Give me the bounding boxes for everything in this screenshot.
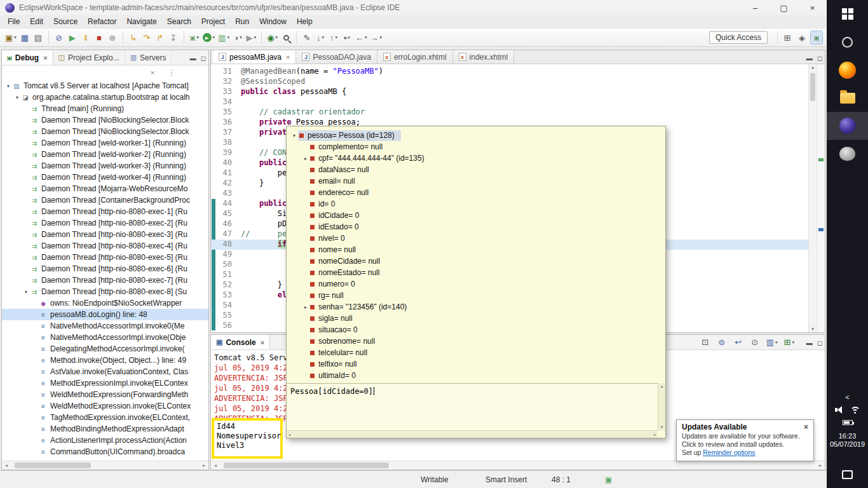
variable-row[interactable]: ultimaId= 0 <box>287 370 665 381</box>
breakpoint-ruler[interactable] <box>211 311 220 321</box>
debug-tree-item[interactable]: ▾⇉Daemon Thread [http-nio-8080-exec-8] (… <box>2 286 208 297</box>
variable-row[interactable]: telfixo= null <box>287 358 665 370</box>
clear-console-icon[interactable]: ⊡ <box>699 336 712 349</box>
variable-row[interactable]: id= 0 <box>287 198 665 210</box>
debug-tree-item[interactable]: ≡MethodExpressionImpl.invoke(ELContex <box>2 377 208 389</box>
variable-row[interactable]: nomeCidade= null <box>287 255 665 267</box>
detail-vertical-scrollbar[interactable]: ▲ ▼ <box>658 383 665 430</box>
debug-tree-item[interactable]: ≡TagMethodExpression.invoke(ELContext, <box>2 412 208 423</box>
breakpoint-ruler[interactable] <box>211 107 220 118</box>
console-horizontal-scrollbar[interactable]: ◂ ▸ <box>211 461 825 470</box>
scrollbar-thumb[interactable] <box>15 463 91 468</box>
minimize-button[interactable]: – <box>741 0 770 15</box>
disconnect-icon[interactable]: ⊗ <box>106 30 119 44</box>
breakpoint-ruler[interactable] <box>211 158 220 168</box>
debug-tree-item[interactable]: ≡WeldMethodExpression.invoke(ELContex <box>2 400 208 412</box>
overview-mark-occurrence[interactable] <box>818 158 824 161</box>
mark-occurrences-icon[interactable]: ✎ <box>301 30 313 44</box>
scroll-left-icon[interactable]: ◂ <box>2 463 11 468</box>
scroll-down-icon[interactable]: ▼ <box>809 327 817 332</box>
scroll-left-icon[interactable]: ◂ <box>211 463 220 468</box>
terminate-icon[interactable]: ■ <box>93 30 105 44</box>
fold-ruler[interactable] <box>234 219 241 229</box>
breakpoint-ruler[interactable] <box>211 290 220 301</box>
debug-tree-item[interactable]: ⇉Daemon Thread [http-nio-8080-exec-7] (R… <box>2 274 208 286</box>
tree-expander-icon[interactable]: ▾ <box>290 133 298 139</box>
variable-row[interactable]: email= null <box>287 175 665 187</box>
variable-row[interactable]: endereco= null <box>287 187 665 198</box>
status-console-icon[interactable]: ▣ <box>605 475 612 484</box>
forward-icon[interactable]: →▾ <box>369 30 384 44</box>
overview-mark-current-line[interactable] <box>818 228 824 231</box>
fold-ruler[interactable] <box>234 209 241 219</box>
breakpoint-ruler[interactable] <box>211 138 220 148</box>
breakpoint-ruler[interactable] <box>211 67 220 77</box>
scroll-down-icon[interactable]: ▼ <box>660 425 664 429</box>
menu-refactor[interactable]: Refactor <box>83 16 121 27</box>
taskbar-item-firefox[interactable] <box>827 56 868 84</box>
view-tab-servers[interactable]: ▥Servers <box>125 50 172 65</box>
overview-ruler[interactable] <box>817 64 825 332</box>
scrollbar-thumb[interactable] <box>810 73 815 101</box>
scrollbar-track[interactable] <box>11 461 200 470</box>
maximize-view-icon[interactable]: ◻ <box>817 55 822 62</box>
taskbar-clock[interactable]: 16:23 05/07/2019 <box>830 432 865 449</box>
variable-row[interactable]: complemento= null <box>287 141 665 152</box>
detail-horizontal-scrollbar[interactable]: ◂ ▸ <box>287 430 658 438</box>
print-icon[interactable]: ▤ <box>32 30 44 44</box>
battery-icon[interactable] <box>843 420 853 425</box>
debug-tree-item[interactable]: ≡NativeMethodAccessorImpl.invoke0(Me <box>2 320 208 332</box>
debug-icon[interactable]: ж▾ <box>188 30 201 44</box>
taskbar-item-eclipse[interactable] <box>827 112 868 140</box>
variable-row[interactable]: rg= null <box>287 290 665 301</box>
editor-tab-pessoamb-java[interactable]: JpessoaMB.java× <box>213 50 296 64</box>
show-hidden-icons-button[interactable]: < <box>827 391 868 403</box>
save-icon[interactable]: ▦ <box>18 30 31 44</box>
editor-tab-index-xhtml[interactable]: xindex.xhtml <box>453 50 515 64</box>
new-java-class-icon[interactable]: ◉▾ <box>266 30 279 44</box>
variable-row[interactable]: ▾pessoa= Pessoa (id=128) <box>287 130 665 141</box>
fold-ruler[interactable] <box>234 179 241 189</box>
scrollbar-track[interactable] <box>220 461 816 470</box>
expression-detail-pane[interactable]: Pessoa[idCidade=0] <box>287 383 658 430</box>
maximize-button[interactable]: ▢ <box>770 0 798 15</box>
suspend-icon[interactable]: ‖ <box>79 30 92 44</box>
variable-row[interactable]: situacao= 0 <box>287 324 665 336</box>
fold-ruler[interactable] <box>234 168 241 179</box>
menu-window[interactable]: Window <box>254 16 292 27</box>
debug-tree-item[interactable]: ⇉Daemon Thread [http-nio-8080-exec-3] (R… <box>2 229 208 240</box>
wifi-icon[interactable] <box>850 406 861 414</box>
volume-icon[interactable] <box>834 406 844 414</box>
fold-ruler[interactable] <box>234 128 241 138</box>
breakpoint-ruler[interactable] <box>211 301 220 311</box>
fold-ruler[interactable] <box>234 301 241 311</box>
scroll-left-icon[interactable]: ◂ <box>288 432 290 437</box>
previous-annotation-icon[interactable]: ↑▾ <box>327 30 340 44</box>
breakpoint-ruler[interactable] <box>211 270 220 280</box>
debug-tree-item[interactable]: ⇉Daemon Thread [http-nio-8080-exec-2] (R… <box>2 217 208 229</box>
minimize-view-icon[interactable]: ▬ <box>806 339 813 346</box>
debug-tree-item[interactable]: ⇉Daemon Thread [http-nio-8080-exec-6] (R… <box>2 263 208 274</box>
tab-console[interactable]: ▣ Console × <box>211 335 270 349</box>
fold-ruler[interactable] <box>234 260 241 270</box>
menu-run[interactable]: Run <box>230 16 254 27</box>
tree-expander-icon[interactable]: ▾ <box>4 83 12 89</box>
view-tab-project-explo[interactable]: ◫Project Explo... <box>53 50 125 65</box>
taskbar-item-file-explorer[interactable] <box>827 84 868 112</box>
open-perspective-icon[interactable]: ⊞ <box>781 30 794 44</box>
debug-tree-item[interactable]: ⇉Thread [main] (Running) <box>2 103 208 114</box>
maximize-view-icon[interactable]: ◻ <box>817 339 822 346</box>
reminder-options-link[interactable]: Reminder options <box>703 449 755 456</box>
fold-ruler[interactable] <box>234 290 241 301</box>
variable-row[interactable]: nivel= 0 <box>287 233 665 244</box>
tree-expander-icon[interactable]: ▸ <box>302 156 309 161</box>
breakpoint-ruler[interactable] <box>211 148 220 158</box>
debug-horizontal-scrollbar[interactable]: ◂ ▸ <box>2 461 208 470</box>
variable-row[interactable]: nomeEstado= null <box>287 267 665 278</box>
breakpoint-ruler[interactable] <box>211 87 220 97</box>
menu-search[interactable]: Search <box>162 16 196 27</box>
tree-expander-icon[interactable]: ▾ <box>13 95 21 100</box>
fold-ruler[interactable] <box>234 240 241 250</box>
variable-row[interactable]: idCidade= 0 <box>287 210 665 221</box>
breakpoint-ruler[interactable] <box>211 229 220 240</box>
